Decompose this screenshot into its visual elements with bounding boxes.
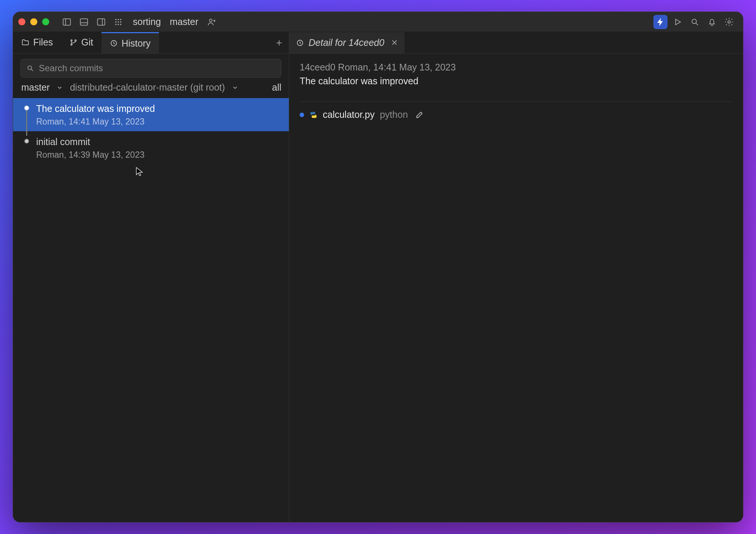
svg-point-26 xyxy=(71,44,72,45)
svg-point-7 xyxy=(118,19,119,20)
commit-meta: Roman, 14:39 May 13, 2023 xyxy=(36,150,281,160)
minimize-button[interactable] xyxy=(30,18,37,25)
ide-window: sorting master xyxy=(13,12,743,522)
graph-dot-icon xyxy=(24,106,29,110)
divider xyxy=(300,101,732,102)
svg-point-25 xyxy=(71,40,72,41)
search-commits[interactable] xyxy=(21,59,281,78)
commit-message: initial commit xyxy=(36,136,281,148)
chevron-down-icon xyxy=(232,84,238,91)
svg-point-6 xyxy=(115,19,116,20)
add-user-icon[interactable] xyxy=(205,15,219,29)
search-input[interactable] xyxy=(39,63,276,73)
search-icon[interactable] xyxy=(688,15,702,29)
branch-label: master xyxy=(170,16,198,27)
add-tab-button[interactable] xyxy=(269,32,289,53)
tab-git[interactable]: Git xyxy=(61,32,101,53)
close-button[interactable] xyxy=(18,18,25,25)
commit-message: The calculator was improved xyxy=(36,103,281,115)
svg-point-9 xyxy=(115,21,116,22)
search-wrap xyxy=(13,54,289,82)
svg-point-31 xyxy=(28,66,32,70)
window-controls xyxy=(18,18,49,25)
maximize-button[interactable] xyxy=(42,18,49,25)
file-dir: python xyxy=(380,109,408,120)
commit-item[interactable]: The calculator was improved Roman, 14:41… xyxy=(13,98,289,131)
svg-point-13 xyxy=(118,23,119,25)
scope-all[interactable]: all xyxy=(272,82,281,93)
svg-point-24 xyxy=(728,21,731,23)
commit-list: The calculator was improved Roman, 14:41… xyxy=(13,98,289,164)
python-icon xyxy=(309,111,318,119)
svg-point-18 xyxy=(210,19,212,22)
history-filters: master distributed-calculator-master (gi… xyxy=(13,82,289,98)
settings-icon[interactable] xyxy=(722,15,736,29)
detail-tab[interactable]: Detail for 14ceed0 ✕ xyxy=(289,32,404,53)
cursor-icon xyxy=(135,167,144,176)
changed-file-row[interactable]: calculator.py python xyxy=(300,109,732,120)
file-name: calculator.py xyxy=(323,109,375,120)
tab-history[interactable]: History xyxy=(101,32,159,53)
tab-files[interactable]: Files xyxy=(13,32,61,53)
left-panel: Files Git History xyxy=(13,32,289,522)
commit-meta: Roman, 14:41 May 13, 2023 xyxy=(36,117,281,127)
commit-item[interactable]: initial commit Roman, 14:39 May 13, 2023 xyxy=(13,131,289,164)
svg-marker-21 xyxy=(676,19,681,25)
root-filter[interactable]: distributed-calculator-master (git root) xyxy=(70,82,225,93)
branch-icon xyxy=(69,38,78,47)
project-name[interactable]: sorting xyxy=(133,16,161,27)
detail-tab-title: Detail for 14ceed0 xyxy=(309,37,384,48)
tab-history-label: History xyxy=(122,38,151,49)
editor-tabs: Detail for 14ceed0 ✕ xyxy=(289,32,743,54)
svg-point-14 xyxy=(120,23,121,25)
tab-files-label: Files xyxy=(33,37,53,48)
svg-point-22 xyxy=(692,19,696,23)
svg-point-10 xyxy=(118,21,119,22)
svg-rect-4 xyxy=(97,19,105,25)
svg-point-12 xyxy=(115,23,116,25)
svg-point-11 xyxy=(120,21,121,22)
change-dot-icon xyxy=(300,113,304,117)
commit-detail: 14ceed0 Roman, 14:41 May 13, 2023 The ca… xyxy=(289,54,743,128)
svg-rect-2 xyxy=(80,19,88,25)
notifications-icon[interactable] xyxy=(705,15,719,29)
run-button[interactable] xyxy=(671,15,685,29)
svg-rect-0 xyxy=(63,19,71,25)
pencil-icon[interactable] xyxy=(415,111,424,119)
branch-filter[interactable]: master xyxy=(21,82,50,93)
svg-line-23 xyxy=(696,23,698,25)
close-tab-icon[interactable]: ✕ xyxy=(391,38,398,48)
tab-git-label: Git xyxy=(81,37,93,48)
branch-selector[interactable]: master xyxy=(166,16,198,27)
chevron-down-icon xyxy=(56,84,63,91)
panel-left-icon[interactable] xyxy=(60,15,74,29)
svg-point-8 xyxy=(120,19,121,20)
left-tabs: Files Git History xyxy=(13,32,289,54)
graph-dot-icon xyxy=(24,139,29,144)
content: Files Git History xyxy=(13,32,743,522)
apps-icon[interactable] xyxy=(111,15,125,29)
ai-assistant-button[interactable] xyxy=(653,15,668,29)
search-icon xyxy=(26,64,34,72)
plus-icon xyxy=(275,38,284,47)
panel-bottom-icon[interactable] xyxy=(77,15,91,29)
titlebar: sorting master xyxy=(13,12,743,32)
folder-icon xyxy=(21,38,29,47)
panel-right-icon[interactable] xyxy=(94,15,108,29)
svg-point-27 xyxy=(75,40,76,41)
commit-title: The calculator was improved xyxy=(300,76,732,87)
clock-icon xyxy=(110,39,118,47)
svg-line-32 xyxy=(31,69,33,71)
right-panel: Detail for 14ceed0 ✕ 14ceed0 Roman, 14:4… xyxy=(289,32,743,522)
commit-hash-meta: 14ceed0 Roman, 14:41 May 13, 2023 xyxy=(300,62,732,73)
clock-icon xyxy=(296,39,304,47)
